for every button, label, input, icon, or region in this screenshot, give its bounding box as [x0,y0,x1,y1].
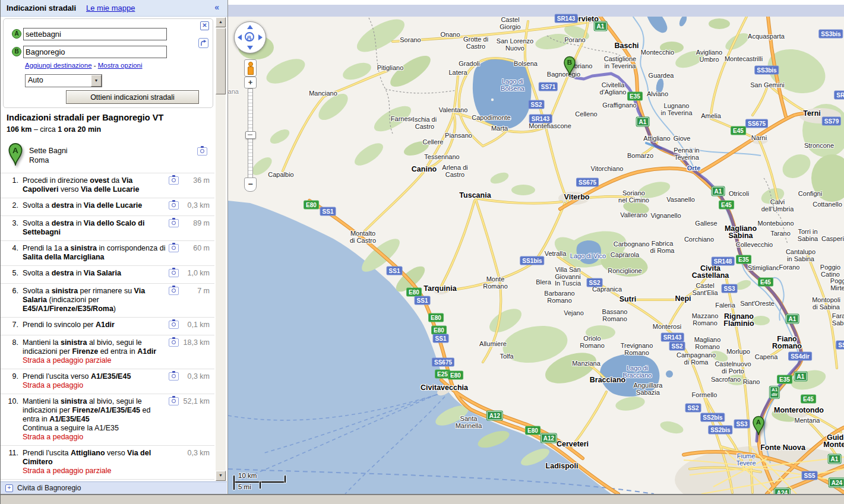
bottom-status-strip [1,494,844,504]
map-label: Montopoli di Sabina [812,297,840,310]
direction-step[interactable]: 1.Procedi in direzione ovest da Via Capo… [1,173,214,198]
map-label: Viterbo [564,194,590,201]
camera-icon[interactable] [169,372,179,381]
map-label: Corchiano [684,236,714,243]
zoom-slider-handle[interactable] [245,131,256,139]
start-name: Sette Bagni [29,146,68,156]
marker-a-pin[interactable]: A [752,416,765,438]
pegman-icon[interactable] [244,59,257,77]
reverse-directions-icon[interactable] [198,38,208,48]
step-distance: 0,3 km [183,372,214,390]
marker-b-pin[interactable]: B [563,56,576,78]
toll-warning: Strada a pedaggio parziale [23,356,169,365]
map-label: Farnese [391,116,415,123]
travel-mode-select[interactable]: Auto ▼ [25,74,102,87]
map-label: Manciano [309,90,337,97]
map-label: Bassano Romano [602,309,628,322]
map-label: Carbognano [614,241,650,248]
direction-step[interactable]: 4.Prendi la 1a a sinistra in corrisponde… [1,240,214,265]
pan-hand-icon[interactable] [245,32,254,42]
pan-down-icon[interactable] [247,46,253,50]
camera-icon[interactable] [169,321,179,329]
map-label: Nepi [675,296,691,303]
map-label: Giove [674,135,691,142]
destination-input[interactable] [23,46,167,58]
pan-up-icon[interactable] [247,25,253,29]
map-label: Arlena di Castro [442,164,467,178]
road-shield: E80 [525,426,540,435]
road-shield: SS1bis [520,256,544,265]
direction-step[interactable]: 6.Svolta a sinistra per rimanere su Via … [1,283,214,317]
zoom-out-button[interactable]: − [244,177,257,192]
waypoint-b-badge: B [12,47,21,56]
my-maps-link[interactable]: Le mie mappe [86,4,135,12]
map-label: Lago di Bracciano [623,365,652,379]
toll-warning: Strada a pedaggio [23,381,169,390]
direction-step[interactable]: 7.Prendi lo svincolo per A1dir0,1 km [1,317,214,335]
map-label: Capalbio [268,172,293,179]
map-label: San Lorenzo Nuovo [497,38,533,52]
map-label: Calvi dell'Umbria [761,199,794,213]
scroll-up-icon[interactable]: ▲ [216,17,226,27]
map-label: Marta [491,125,508,132]
step-number: 7. [1,321,23,331]
scale-mi-label: 5 mi [238,483,251,490]
map-label: Tolfa [500,353,513,360]
direction-step[interactable]: 8.Mantieni la sinistra al bivio, segui l… [1,335,214,369]
pan-right-icon[interactable] [258,34,263,40]
step-number: 3. [1,219,23,237]
show-options-link[interactable]: Mostra opzioni [98,62,143,69]
step-instruction: Svolta a destra in Via delle Lucarie [23,201,169,212]
direction-step[interactable]: 5.Svolta a destra in Via Salaria1,0 km [1,265,214,283]
direction-step[interactable]: 11.Prendi l'uscita Attigliano verso Via … [1,445,214,479]
camera-icon[interactable] [169,219,179,227]
map-label: Fabrica di Roma [650,240,675,254]
camera-icon[interactable] [169,287,179,295]
camera-icon[interactable] [169,244,179,252]
footer-label: Civita di Bagnoregio [17,484,81,492]
step-instruction: Prendi la 1a a sinistra in corrispondenz… [23,244,169,262]
camera-icon[interactable] [169,338,179,347]
add-destination-link[interactable]: Aggiungi destinazione [25,62,92,69]
direction-step[interactable]: 3.Svolta a destra in Via dello Scalo di … [1,215,214,240]
waypoint-a-badge: A [12,29,21,39]
chevron-down-icon[interactable]: ▼ [91,75,102,87]
step-camera-cell [169,201,183,212]
pan-left-icon[interactable] [238,34,242,40]
map-label: Mentana [795,417,820,424]
map-labels-layer: SoranoOnanoCastel GiorgioGrotte di Castr… [228,0,844,494]
direction-step[interactable]: 10.Mantieni la sinistra al bivio, segui … [1,394,214,445]
panel-scrollbar[interactable]: ▲ ▼ [216,17,226,481]
map-canvas[interactable]: SoranoOnanoCastel GiorgioGrotte di Castr… [228,0,844,494]
map-label: Cantalupo in Sabina [786,249,815,262]
get-directions-button[interactable]: Ottieni indicazioni stradali [66,90,199,104]
map-label: Bracciano [590,377,625,384]
close-icon[interactable]: ✕ [200,21,209,30]
step-instruction: Prendi l'uscita Attigliano verso Via del… [23,449,169,476]
step-camera-cell [169,269,183,280]
expand-icon[interactable]: + [5,484,13,492]
pan-control[interactable] [234,21,266,53]
scroll-down-icon[interactable]: ▼ [216,471,226,481]
map-label: Allumiere [479,341,507,348]
toll-warning: Strada a pedaggio parziale [23,467,169,476]
camera-icon[interactable] [169,269,179,277]
collapse-panel-icon[interactable]: « [214,2,219,12]
direction-step[interactable]: 2.Svolta a destra in Via delle Lucarie0,… [1,198,214,215]
direction-step[interactable]: 9.Prendi l'uscita verso A1/E35/E45Strada… [1,369,214,394]
map-label: Monterosi [653,324,681,331]
scrollbar-thumb[interactable] [216,28,226,94]
start-input[interactable] [23,28,167,40]
travel-mode-value: Auto [28,76,43,84]
map-label: Castel Sant'Elia [692,283,717,296]
map-label: Graffignano [602,102,636,109]
camera-icon[interactable] [169,176,179,185]
map-label: Riano [743,379,760,386]
map-label: Capena [755,354,778,361]
camera-icon[interactable] [169,397,179,405]
map-label: Narni [751,135,767,142]
zoom-in-button[interactable]: + [244,77,257,88]
camera-icon[interactable] [169,201,179,210]
start-location-row[interactable]: A Sette Bagni Roma [1,141,214,172]
camera-icon[interactable] [197,147,207,156]
